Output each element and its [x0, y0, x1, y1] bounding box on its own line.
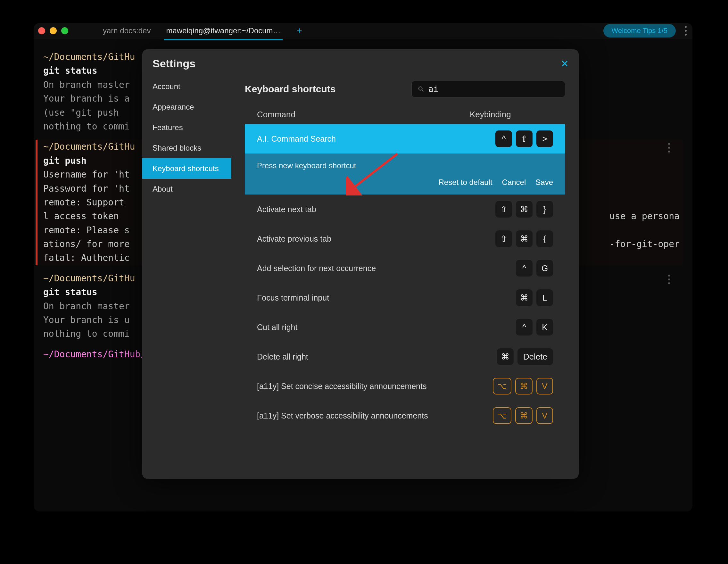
svg-line-1: [422, 90, 424, 92]
sidebar-item-keyboard-shortcuts[interactable]: Keyboard shortcuts: [142, 158, 231, 179]
shortcut-row[interactable]: Focus terminal input⌘L: [245, 283, 565, 312]
reset-to-default-button[interactable]: Reset to default: [438, 178, 492, 187]
settings-content: Keyboard shortcuts Command Keybinding A.…: [231, 74, 579, 479]
key-cap: Delete: [517, 348, 553, 365]
new-tab-button[interactable]: +: [292, 25, 308, 36]
key-cap: L: [536, 289, 553, 306]
key-cap: ⌘: [516, 289, 533, 306]
key-cap: K: [536, 319, 553, 336]
key-cap: ⇧: [495, 201, 512, 218]
column-command: Command: [257, 110, 470, 120]
minimize-window-button[interactable]: [50, 27, 57, 34]
key-cap: ⇧: [495, 230, 512, 247]
shortcut-row-active[interactable]: A.I. Command Search ^ ⇧ >: [245, 124, 565, 153]
shortcut-label: Cut all right: [257, 323, 516, 332]
close-window-button[interactable]: [38, 27, 45, 34]
modal-header: Settings ×: [142, 49, 579, 74]
page-title: Keyboard shortcuts: [245, 84, 335, 95]
shortcut-rows[interactable]: A.I. Command Search ^ ⇧ > Press new keyb…: [245, 124, 565, 479]
shortcut-label: Focus terminal input: [257, 293, 516, 303]
tab-bar: yarn docs:dev maweiqing@itwanger:~/Docum…: [98, 24, 307, 37]
shortcut-search[interactable]: [411, 81, 565, 97]
search-input[interactable]: [428, 84, 559, 94]
block-menu-button[interactable]: [668, 143, 670, 153]
shortcut-label: [a11y] Set verbose accessibility announc…: [257, 411, 493, 420]
zoom-window-button[interactable]: [61, 27, 68, 34]
key-cap: ⌥: [493, 378, 511, 394]
key-cap: ⌘: [516, 201, 533, 218]
edit-hint: Press new keyboard shortcut: [257, 161, 553, 170]
key-cap: }: [536, 201, 553, 218]
sidebar-item-appearance[interactable]: Appearance: [142, 97, 231, 117]
cancel-button[interactable]: Cancel: [502, 178, 526, 187]
shortcut-row[interactable]: Activate next tab⇧⌘}: [245, 195, 565, 224]
shortcut-label: Activate previous tab: [257, 234, 495, 244]
sidebar-item-about[interactable]: About: [142, 179, 231, 199]
key-cap: G: [536, 260, 553, 277]
sidebar-item-shared-blocks[interactable]: Shared blocks: [142, 138, 231, 158]
key-cap: V: [536, 407, 553, 424]
key-cap: ⌘: [497, 348, 514, 365]
shortcut-label: Delete all right: [257, 352, 497, 361]
command-text: git status: [43, 287, 97, 297]
key-cap: ⇧: [516, 130, 533, 147]
shortcut-row[interactable]: [a11y] Set concise accessibility announc…: [245, 371, 565, 401]
key-cap: >: [536, 130, 553, 147]
overflow-menu-button[interactable]: [683, 25, 688, 37]
shortcut-row[interactable]: Add selection for next occurrence^G: [245, 253, 565, 283]
column-keybinding: Keybinding: [470, 110, 553, 120]
prompt-path: ~/Documents/GitHu: [43, 52, 135, 62]
key-cap: ^: [516, 319, 533, 336]
block-menu-button[interactable]: [668, 275, 670, 284]
modal-title: Settings: [153, 57, 195, 70]
shortcut-label: A.I. Command Search: [257, 134, 495, 144]
window-traffic-lights: [38, 27, 68, 34]
key-cap: ^: [495, 130, 512, 147]
key-cap: ⌘: [515, 407, 533, 424]
key-cap: ⌘: [515, 378, 533, 394]
key-cap: ⌥: [493, 407, 511, 424]
shortcut-label: Activate next tab: [257, 205, 495, 214]
command-text: git status: [43, 65, 97, 76]
key-cap: ^: [516, 260, 533, 277]
search-icon: [418, 86, 425, 93]
command-text: git push: [43, 155, 87, 166]
settings-sidebar: Account Appearance Features Shared block…: [142, 74, 231, 479]
titlebar: yarn docs:dev maweiqing@itwanger:~/Docum…: [34, 23, 692, 38]
tab-0[interactable]: yarn docs:dev: [98, 24, 155, 37]
shortcut-row[interactable]: [a11y] Set verbose accessibility announc…: [245, 401, 565, 430]
shortcut-label: [a11y] Set concise accessibility announc…: [257, 382, 493, 391]
sidebar-item-features[interactable]: Features: [142, 117, 231, 138]
shortcut-edit-panel: Press new keyboard shortcut Reset to def…: [245, 153, 565, 195]
sidebar-item-account[interactable]: Account: [142, 76, 231, 97]
shortcut-table-header: Command Keybinding: [245, 105, 565, 124]
settings-modal: Settings × Account Appearance Features S…: [142, 49, 579, 479]
key-cap: ⌘: [516, 230, 533, 247]
svg-point-0: [419, 87, 422, 90]
prompt-path: ~/Documents/GitHu: [43, 273, 135, 284]
shortcut-row[interactable]: Cut all right^K: [245, 312, 565, 342]
tab-1[interactable]: maweiqing@itwanger:~/Docum…: [161, 24, 285, 37]
save-button[interactable]: Save: [535, 178, 553, 187]
key-cap: {: [536, 230, 553, 247]
shortcut-row[interactable]: Delete all right⌘Delete: [245, 342, 565, 371]
key-cap: V: [536, 378, 553, 394]
shortcut-label: Add selection for next occurrence: [257, 264, 516, 273]
close-icon[interactable]: ×: [561, 57, 568, 70]
prompt-path: ~/Documents/GitHu: [43, 141, 135, 152]
welcome-tips-pill[interactable]: Welcome Tips 1/5: [603, 24, 676, 37]
shortcut-row[interactable]: Activate previous tab⇧⌘{: [245, 224, 565, 253]
